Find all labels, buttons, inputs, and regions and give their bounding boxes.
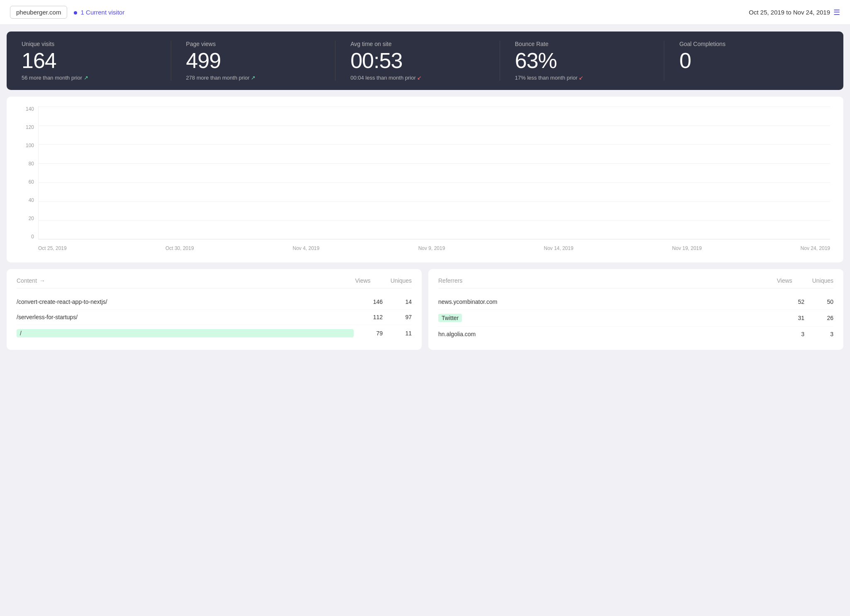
referrer-uniques-2: 3 <box>804 331 833 337</box>
x-label-6: Nov 24, 2019 <box>801 245 830 251</box>
x-label-2: Nov 4, 2019 <box>293 245 320 251</box>
chart-y-labels: 140120100806040200 <box>20 107 36 239</box>
content-uniques-2: 11 <box>383 330 412 337</box>
site-badge[interactable]: pheuberger.com <box>10 6 67 19</box>
chart-container: 140120100806040200 Oct 25, 2019Oct 30, 2… <box>20 107 830 256</box>
table-row[interactable]: /serverless-for-startups/11297 <box>17 310 412 325</box>
content-views-1: 112 <box>354 314 383 320</box>
y-label-2: 100 <box>26 143 34 148</box>
y-label-0: 140 <box>26 107 34 112</box>
stat-value-2: 00:53 <box>350 50 500 71</box>
chart-x-labels: Oct 25, 2019Oct 30, 2019Nov 4, 2019Nov 9… <box>38 241 830 256</box>
x-label-3: Nov 9, 2019 <box>418 245 445 251</box>
table-row[interactable]: Twitter3126 <box>438 310 833 327</box>
referrer-views-0: 52 <box>775 298 804 305</box>
content-views-0: 146 <box>354 298 383 305</box>
grid-line-7 <box>38 239 830 240</box>
referrer-views-1: 31 <box>775 315 804 321</box>
referrer-uniques-0: 50 <box>804 298 833 305</box>
stat-change-1: 278 more than month prior ↗ <box>186 75 335 81</box>
date-range[interactable]: Oct 25, 2019 to Nov 24, 2019 ☰ <box>749 8 840 17</box>
content-path-0: /convert-create-react-app-to-nextjs/ <box>17 298 354 305</box>
stat-item-0: Unique visits16456 more than month prior… <box>22 41 171 81</box>
referrers-table-rows: news.ycombinator.com5250Twitter3126hn.al… <box>438 294 833 342</box>
content-uniques-0: 14 <box>383 298 412 305</box>
chart-section: 140120100806040200 Oct 25, 2019Oct 30, 2… <box>7 97 843 262</box>
x-label-0: Oct 25, 2019 <box>38 245 67 251</box>
content-table-header: Content → Views Uniques <box>17 277 412 289</box>
table-row[interactable]: news.ycombinator.com5250 <box>438 294 833 310</box>
stat-item-1: Page views499278 more than month prior ↗ <box>171 41 335 81</box>
stat-label-2: Avg time on site <box>350 41 500 47</box>
referrer-uniques-1: 26 <box>804 315 833 321</box>
stat-change-0: 56 more than month prior ↗ <box>22 75 171 81</box>
chart-bars <box>38 107 830 239</box>
stat-label-3: Bounce Rate <box>515 41 664 47</box>
bottom-section: Content → Views Uniques /convert-create-… <box>7 269 843 350</box>
calendar-icon: ☰ <box>833 8 840 17</box>
header-left: pheuberger.com 1 Current visitor <box>10 6 124 19</box>
referrer-source-2: hn.algolia.com <box>438 331 775 337</box>
content-table-cols: Views Uniques <box>355 277 412 284</box>
y-label-7: 0 <box>31 234 34 239</box>
stat-value-4: 0 <box>679 50 828 71</box>
referrers-table-header: Referrers Views Uniques <box>438 277 833 289</box>
y-label-5: 40 <box>29 198 34 203</box>
referrers-table-title: Referrers <box>438 277 462 284</box>
referrer-source-0: news.ycombinator.com <box>438 298 775 305</box>
stat-item-2: Avg time on site00:5300:04 less than mon… <box>335 41 500 81</box>
y-label-3: 80 <box>29 161 34 166</box>
referrers-table-cols: Views Uniques <box>777 277 833 284</box>
stat-value-3: 63% <box>515 50 664 71</box>
stat-value-0: 164 <box>22 50 171 71</box>
y-label-6: 20 <box>29 216 34 221</box>
content-table-title: Content → <box>17 277 45 284</box>
table-row[interactable]: /7911 <box>17 325 412 342</box>
referrer-views-2: 3 <box>775 331 804 337</box>
stat-value-1: 499 <box>186 50 335 71</box>
stat-label-1: Page views <box>186 41 335 47</box>
x-label-1: Oct 30, 2019 <box>165 245 194 251</box>
content-views-2: 79 <box>354 330 383 337</box>
content-table-rows: /convert-create-react-app-to-nextjs/1461… <box>17 294 412 342</box>
x-label-4: Nov 14, 2019 <box>544 245 573 251</box>
x-label-5: Nov 19, 2019 <box>672 245 702 251</box>
content-path-1: /serverless-for-startups/ <box>17 314 354 320</box>
stat-label-0: Unique visits <box>22 41 171 47</box>
table-row[interactable]: hn.algolia.com33 <box>438 327 833 342</box>
referrer-source-1: Twitter <box>438 314 775 322</box>
referrers-table: Referrers Views Uniques news.ycombinator… <box>428 269 843 350</box>
stats-bar: Unique visits16456 more than month prior… <box>7 32 843 90</box>
table-row[interactable]: /convert-create-react-app-to-nextjs/1461… <box>17 294 412 310</box>
y-label-4: 60 <box>29 179 34 184</box>
visitor-dot <box>74 11 77 15</box>
stat-label-4: Goal Completions <box>679 41 828 47</box>
content-path-2: / <box>17 329 354 337</box>
header: pheuberger.com 1 Current visitor Oct 25,… <box>0 0 850 25</box>
current-visitor-badge[interactable]: 1 Current visitor <box>74 9 124 16</box>
stat-change-3: 17% less than month prior ↙ <box>515 75 664 81</box>
content-table: Content → Views Uniques /convert-create-… <box>7 269 422 350</box>
stat-item-4: Goal Completions0 <box>664 41 828 81</box>
y-label-1: 120 <box>26 125 34 130</box>
content-uniques-1: 97 <box>383 314 412 320</box>
stat-change-2: 00:04 less than month prior ↙ <box>350 75 500 81</box>
stat-item-3: Bounce Rate63%17% less than month prior … <box>500 41 664 81</box>
